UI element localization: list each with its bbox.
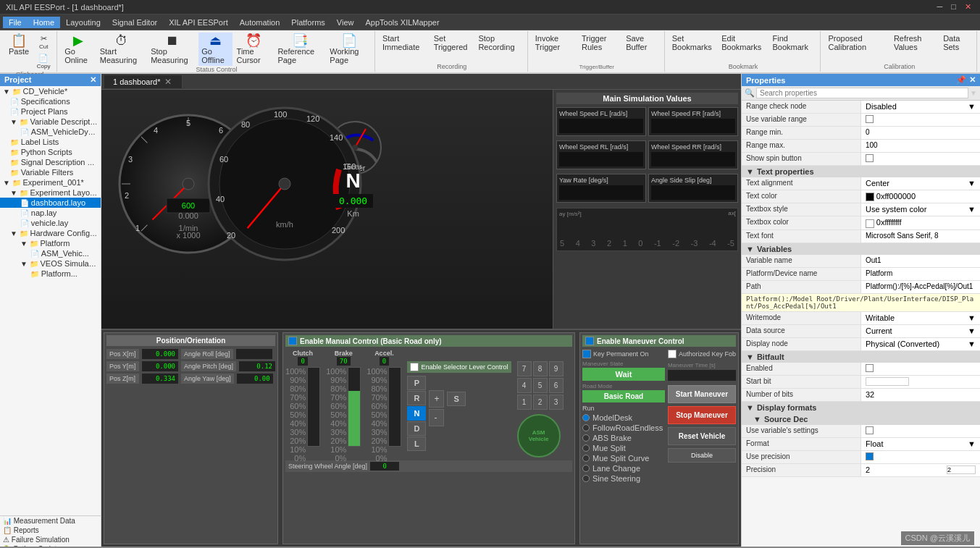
radio-lane-change[interactable]: Lane Change [582,464,665,473]
radio-mue-split[interactable]: Mue Split [582,444,665,452]
cut-button[interactable]: ✂ Cut [33,33,54,51]
gear-d-btn[interactable]: D [407,421,426,436]
tree-asm-vehic[interactable]: 📄 ASM_Vehic... [0,248,101,258]
show-spin-btn-checkbox[interactable] [866,154,874,162]
menu-layouting[interactable]: Layouting [60,17,106,28]
working-page-button[interactable]: 📄 Working Page [327,33,372,66]
prop-pin-icon[interactable]: 📌 [956,75,966,85]
radio-modeldesk[interactable]: ModelDesk [582,413,665,422]
tree-python-scripts[interactable]: 📁 Python Scripts [0,147,101,157]
tree-experiment[interactable]: ▼ 📁 Experiment_001* [0,177,101,187]
prop-close-icon[interactable]: ✕ [969,75,976,85]
num-5-btn[interactable]: 5 [533,378,548,393]
num-4-btn[interactable]: 4 [517,378,532,393]
save-buffer-button[interactable]: Save Buffer [623,33,661,53]
gear-s-btn[interactable]: S [447,392,465,406]
tree-label-lists[interactable]: 📁 Label Lists [0,137,101,147]
tree-experiment-layouts[interactable]: ▼ 📁 Experiment Layouts [0,187,101,198]
paste-button[interactable]: 📋 Paste [6,33,32,71]
enable-maneuver-checkbox[interactable] [585,337,594,345]
prop-dropdown-icon[interactable]: ▼ [968,102,976,111]
invoke-trigger-button[interactable]: Invoke Trigger [532,33,577,53]
radio-sine-steering[interactable]: Sine Steering [582,474,665,483]
project-close-icon[interactable]: ✕ [90,75,96,85]
brake-slider[interactable] [348,367,361,447]
stop-measuring-button[interactable]: ⏹ Stop Measuring [148,33,197,66]
use-precision-checkbox[interactable] [866,452,874,460]
radio-follow-road[interactable]: FollowRoadEndless [582,423,665,432]
set-triggered-button[interactable]: Set Triggered [431,33,474,53]
auth-key-fob-checkbox[interactable] [668,350,677,358]
menu-apptools[interactable]: AppTools XILMapper [359,17,445,28]
gear-minus-btn[interactable]: - [429,409,444,426]
start-bit-input[interactable] [866,377,909,386]
collapse-icon[interactable]: ▼ [746,167,754,176]
tree-vehicle-lay[interactable]: 📄 vehicle.lay [0,218,101,228]
tree-nap-lay[interactable]: 📄 nap.lay [0,208,101,218]
bitfault-collapse-icon[interactable]: ▼ [746,353,754,361]
num-1-btn[interactable]: 1 [517,395,532,410]
tab-close-icon[interactable]: ✕ [163,77,173,87]
properties-search-input[interactable] [756,88,968,98]
menu-platforms[interactable]: Platforms [285,17,330,28]
gear-n-btn[interactable]: N [407,406,426,421]
key-ignition-display[interactable]: ASMVehicle [517,414,561,458]
use-variable-range-checkbox[interactable] [866,115,874,123]
minimize-btn[interactable]: ─ [934,2,946,12]
stop-maneuver-btn[interactable]: Stop Maneuver [668,406,736,424]
gear-plus-btn[interactable]: + [429,390,444,408]
data-sets-button[interactable]: Data Sets [940,33,973,53]
tree-reports[interactable]: 📋 Reports [0,526,101,535]
tree-python-scripts2[interactable]: 🐍 Python Scripts [0,544,101,547]
menu-automation[interactable]: Automation [234,17,286,28]
tree-cd-vehicle[interactable]: ▼ 📁 CD_Vehicle* [0,86,101,96]
num-6-btn[interactable]: 6 [549,378,564,393]
set-bookmarks-button[interactable]: Set Bookmarks [669,33,717,53]
tree-failure-sim[interactable]: ⚠ Failure Simulation [0,535,101,544]
dashboard-tab[interactable]: 1 dashboard* ✕ [104,75,183,88]
tree-variable-filters[interactable]: 📁 Variable Filters [0,167,101,177]
tree-asm-vehicle[interactable]: 📄 ASM_VehicleDynam... [0,127,101,137]
tree-platform2[interactable]: 📁 Platform... [0,269,101,279]
maximize-btn[interactable]: □ [948,2,959,12]
variables-collapse-icon[interactable]: ▼ [746,245,754,253]
tree-dashboard-lay[interactable]: 📄 dashboard.layo [0,198,101,208]
reference-page-button[interactable]: 📑 Reference Page [275,33,325,66]
disable-btn[interactable]: Disable [668,448,736,463]
gear-r-btn[interactable]: R [407,391,426,405]
search-options-icon[interactable]: ▼ [970,89,977,97]
enabled-checkbox[interactable] [866,364,874,372]
proposed-calibration-button[interactable]: Proposed Calibration [825,33,889,53]
trigger-rules-button[interactable]: Trigger Rules [579,33,621,53]
copy-button[interactable]: 📄 Copy [33,52,54,71]
tree-variable-descriptions[interactable]: ▼ 📁 Variable Descriptions [0,117,101,127]
tree-measurement-data[interactable]: 📊 Measurement Data [0,516,101,526]
tree-hardware-config[interactable]: ▼ 📁 Hardware Configurati... [0,228,101,238]
accel-slider[interactable] [388,367,401,447]
use-variable-settings-checkbox[interactable] [866,426,874,434]
start-measuring-button[interactable]: ⏱ Start Measuring [97,33,146,66]
num-9-btn[interactable]: 9 [549,361,564,376]
go-online-button[interactable]: ▶ Go Online [62,33,96,66]
menu-signal-editor[interactable]: Signal Editor [106,17,163,28]
tree-platform[interactable]: ▼ 📁 Platform [0,238,101,248]
tree-signal-desc[interactable]: 📁 Signal Description Sets [0,157,101,167]
menu-view[interactable]: View [331,17,360,28]
start-immediate-button[interactable]: Start Immediate [380,33,430,53]
tree-veos-sim[interactable]: ▼ 📁 VEOS Simulation... [0,258,101,269]
reset-vehicle-btn[interactable]: Reset Vehicle [668,427,736,445]
tree-project-plans[interactable]: 📄 Project Plans [0,106,101,117]
time-cursor-button[interactable]: ⏰ Time Cursor [234,33,274,66]
go-offline-button[interactable]: ⏏ Go Offline [198,33,232,66]
num-7-btn[interactable]: 7 [517,361,532,376]
precision-input[interactable] [947,465,976,474]
edit-bookmarks-button[interactable]: Edit Bookmarks [719,33,768,53]
menu-home[interactable]: Home [28,17,60,28]
num-3-btn[interactable]: 3 [549,395,564,410]
num-2-btn[interactable]: 2 [533,395,548,410]
gear-p-btn[interactable]: P [407,376,426,390]
display-formats-collapse-icon[interactable]: ▼ [746,403,754,412]
enable-manual-checkbox[interactable] [288,337,297,345]
stop-recording-button[interactable]: Stop Recording [475,33,524,53]
clutch-slider[interactable] [307,367,320,447]
